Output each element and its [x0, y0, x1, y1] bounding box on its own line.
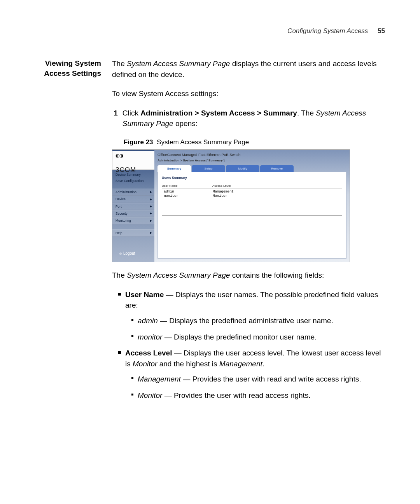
sidebar-item-security[interactable]: Security▶ [112, 210, 154, 217]
running-head-text: Configuring System Access [287, 27, 368, 35]
running-head: Configuring System Access 55 [35, 27, 385, 35]
step-number: 1 [112, 108, 118, 129]
screenshot-main: OfficeConnect Managed Fast Ethernet PoE … [154, 150, 350, 262]
tab-remove[interactable]: Remove [260, 165, 294, 172]
table-header: User Name Access Level [162, 184, 342, 188]
users-listbox[interactable]: admin Management monitor Monitor [162, 189, 342, 216]
col-user-name: User Name [162, 184, 212, 188]
tab-setup[interactable]: Setup [192, 165, 225, 172]
value-management: Management — Provides the user with read… [138, 374, 385, 385]
chevron-right-icon: ▶ [150, 211, 152, 216]
page-number: 55 [378, 27, 385, 35]
sidebar-link-device-summary[interactable]: Device Summary [116, 172, 151, 177]
figure-caption: Figure 23 System Access Summary Page [124, 138, 385, 147]
chevron-right-icon: ▶ [150, 204, 152, 209]
section-side-title: Viewing System Access Settings [35, 58, 101, 78]
field-access-level: Access Level — Displays the user access … [125, 348, 385, 401]
sidebar-item-port[interactable]: Port▶ [112, 203, 154, 210]
panel-title: Users Summary [162, 175, 342, 180]
col-access-level: Access Level [212, 184, 231, 188]
chevron-right-icon: ▶ [150, 231, 152, 235]
brand-icon: ◐◑ [116, 152, 151, 159]
chevron-right-icon: ▶ [150, 197, 152, 202]
value-monitor: monitor — Displays the predefined monito… [138, 332, 385, 343]
sidebar-item-monitoring[interactable]: Monitoring▶ [112, 217, 154, 224]
tab-summary[interactable]: Summary [158, 165, 191, 172]
value-admin: admin — Displays the predefined administ… [138, 315, 385, 326]
tab-modify[interactable]: Modify [226, 165, 259, 172]
product-title: OfficeConnect Managed Fast Ethernet PoE … [154, 152, 350, 158]
section-body: The System Access Summary Page displays … [112, 58, 385, 406]
table-row[interactable]: monitor Monitor [164, 194, 340, 198]
screenshot-figure: ◐◑ 3COM Device Summary Save Configuratio… [112, 149, 350, 262]
logout-link[interactable]: ⎋ Logout [112, 245, 154, 262]
brand-logo: ◐◑ 3COM [112, 151, 154, 170]
tab-bar: Summary Setup Modify Remove [154, 165, 350, 172]
breadcrumb: Administration > System Access [ Summary… [154, 158, 350, 165]
sidebar-item-administration[interactable]: Administration▶ [112, 189, 154, 196]
chevron-right-icon: ▶ [150, 219, 152, 223]
value-monitor-access: Monitor — Provides the user with read ac… [138, 390, 385, 401]
chevron-right-icon: ▶ [150, 190, 152, 194]
fields-list: User Name — Displays the user names. The… [112, 289, 385, 401]
table-row[interactable]: admin Management [164, 190, 340, 194]
field-user-name: User Name — Displays the user names. The… [125, 289, 385, 342]
step-1: 1 Click Administration > System Access >… [112, 108, 385, 129]
users-summary-panel: Users Summary User Name Access Level adm… [158, 172, 346, 259]
sidebar-item-device[interactable]: Device▶ [112, 196, 154, 203]
sidebar-item-help[interactable]: Help▶ [112, 229, 154, 236]
logout-icon: ⎋ [119, 251, 122, 257]
screenshot-sidebar: ◐◑ 3COM Device Summary Save Configuratio… [112, 150, 154, 262]
sidebar-link-save-config[interactable]: Save Configuration [116, 178, 151, 183]
